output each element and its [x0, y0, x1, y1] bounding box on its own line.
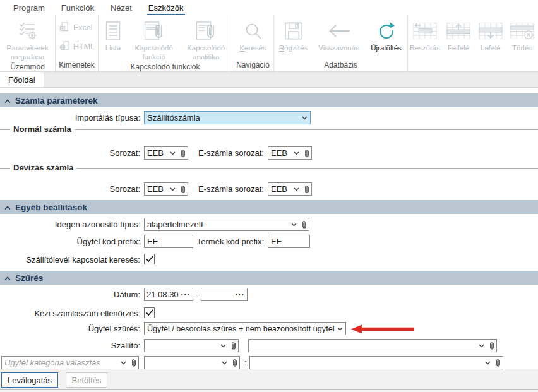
ribbon-button-label: Lista	[105, 44, 121, 53]
series-value: EEB	[268, 184, 291, 194]
normal-einvoice-series-select[interactable]: EEB	[268, 146, 312, 160]
linked-function-button[interactable]: Kapcsolódó funkció	[129, 16, 179, 61]
supplier-select[interactable]	[144, 339, 239, 352]
ribbon-group-rows: Beszúrás Felfelé Lef	[408, 15, 538, 71]
button-label: Betöltés	[72, 376, 102, 385]
menu-item-nezet[interactable]: Nézet	[102, 1, 140, 15]
check-icon	[146, 309, 153, 316]
section-title: Egyéb beállítások	[15, 203, 87, 212]
ribbon-button-label: Kapcsolódó funkció	[131, 44, 177, 61]
foreign-id-type-label: Idegen azonosító típus:	[0, 220, 140, 229]
insert-row-button[interactable]: Beszúrás	[409, 16, 441, 59]
excel-export-button[interactable]: Excel	[59, 21, 95, 34]
ribbon-group-uzemmod: Paraméterek megadása Üzemmód	[0, 15, 56, 71]
foreign-id-type-value: alapértelmezett	[145, 220, 289, 229]
paperclip-button[interactable]	[487, 342, 496, 350]
linked-function-icon	[143, 19, 165, 43]
ribbon-button-label: Beszúrás	[410, 44, 440, 53]
groupbox-title-devizas-szamla: Devizás számla	[10, 163, 76, 172]
ribbon-button-label: Lefelé	[481, 44, 500, 53]
customer-category-to-select[interactable]	[249, 356, 503, 369]
select-data-button[interactable]: Leválogatás	[1, 372, 58, 388]
main-content: Számla paraméterek Importálás típusa: Sz…	[0, 88, 538, 392]
delete-row-icon	[510, 19, 534, 43]
check-icon	[146, 256, 153, 263]
lista-button[interactable]: Lista	[99, 16, 128, 61]
einvoice-series-label: E-számla sorozat:	[177, 148, 264, 158]
customer-category-select[interactable]: Ügyfél kategória választás	[1, 356, 139, 369]
paperclip-button[interactable]	[229, 342, 238, 350]
chevron-down-icon	[476, 344, 487, 348]
product-prefix-value: EE	[268, 237, 309, 246]
supplier-label: Szállító:	[0, 341, 140, 350]
chevron-down-icon	[289, 223, 299, 227]
customer-category-from-select[interactable]	[144, 356, 240, 369]
section-header-szures[interactable]: Szűrés	[0, 271, 538, 285]
date-picker-button[interactable]: ···	[179, 290, 193, 299]
menu-item-eszkozok[interactable]: Eszközök	[140, 1, 192, 15]
paperclip-button[interactable]	[302, 185, 311, 194]
series-label: Sorozat:	[0, 184, 140, 194]
ribbon-group-label: Adatbázis	[274, 59, 407, 71]
move-down-button[interactable]: Lefelé	[475, 16, 506, 59]
ribbon-group-label	[408, 59, 538, 71]
ribbon-group-label: Kimenetek	[56, 59, 98, 71]
ribbon-group-kimenetek: Excel HTML Kimenetek	[56, 15, 99, 71]
chevron-down-icon	[291, 151, 302, 155]
date-to-input[interactable]: ···	[201, 288, 248, 301]
groupbox-divider	[0, 168, 538, 169]
collapse-icon	[4, 96, 11, 105]
move-up-icon	[446, 19, 470, 43]
menu-item-program[interactable]: Program	[5, 1, 53, 15]
customer-prefix-input[interactable]: EE	[144, 235, 193, 248]
customer-filter-select[interactable]: Ügyfél / besorolás szűrés + nem beazonos…	[144, 322, 346, 335]
category-range-separator: :	[244, 358, 247, 367]
paperclip-button[interactable]	[493, 359, 503, 367]
linked-analytics-button[interactable]: Kapcsolódó analitika	[180, 16, 232, 61]
date-from-input[interactable]: 21.08.30. ···	[144, 288, 193, 301]
date-picker-button[interactable]: ···	[233, 290, 247, 299]
ribbon-button-label: Keresés	[239, 44, 266, 53]
tab-fooldal[interactable]: Főoldal	[0, 72, 44, 87]
tab-strip: Főoldal	[0, 72, 538, 88]
product-prefix-input[interactable]: EE	[268, 235, 310, 248]
product-prefix-label: Termék kód prefix:	[189, 237, 264, 246]
delete-row-button[interactable]: Törlés	[507, 16, 537, 59]
linked-analytics-icon	[194, 19, 217, 43]
menu-item-funkciok[interactable]: Funkciók	[53, 1, 102, 15]
currency-einvoice-series-select[interactable]: EEB	[268, 182, 312, 196]
load-button[interactable]: Betöltés	[66, 372, 107, 388]
supplier-secondary-select[interactable]	[248, 339, 497, 352]
paperclip-button[interactable]	[302, 149, 311, 158]
series-label: Sorozat:	[0, 148, 140, 158]
series-value: EEB	[145, 184, 167, 194]
ribbon-button-label: Kapcsolódó analitika	[182, 44, 230, 61]
search-button[interactable]: Keresés	[234, 16, 272, 59]
paperclip-button[interactable]	[129, 359, 138, 367]
paperclip-button[interactable]	[230, 359, 239, 367]
collapse-icon	[4, 203, 11, 212]
section-header-szamla-parameterek[interactable]: Számla paraméterek	[0, 93, 538, 107]
move-up-button[interactable]: Felfelé	[443, 16, 474, 59]
parameters-button[interactable]: Paraméterek megadása	[1, 16, 54, 61]
refresh-icon	[377, 19, 396, 43]
save-button[interactable]: Rögzítés	[275, 16, 312, 59]
parameters-gear-icon	[18, 19, 38, 43]
date-range-separator: -	[195, 290, 198, 299]
footer-divider	[0, 389, 538, 390]
collapse-icon	[4, 273, 11, 283]
ribbon-group-navigacio: Keresés Navigáció	[232, 15, 274, 71]
delivery-note-search-checkbox[interactable]	[144, 254, 155, 264]
html-export-button[interactable]: HTML	[59, 40, 95, 53]
chevron-down-icon	[218, 344, 229, 348]
foreign-id-type-select[interactable]: alapértelmezett	[144, 218, 309, 231]
refresh-button[interactable]: Újratöltés	[366, 16, 407, 59]
import-type-select[interactable]: Szállítószámla	[144, 111, 311, 124]
undo-button[interactable]: Visszavonás	[314, 16, 364, 59]
date-from-value: 21.08.30.	[145, 290, 179, 299]
paperclip-button[interactable]	[299, 220, 309, 229]
manual-invoice-check-checkbox[interactable]	[144, 307, 155, 318]
einvoice-series-label: E-számla sorozat:	[177, 184, 264, 194]
section-header-egyeb-beallitasok[interactable]: Egyéb beállítások	[0, 200, 538, 214]
date-label: Dátum:	[0, 290, 140, 299]
